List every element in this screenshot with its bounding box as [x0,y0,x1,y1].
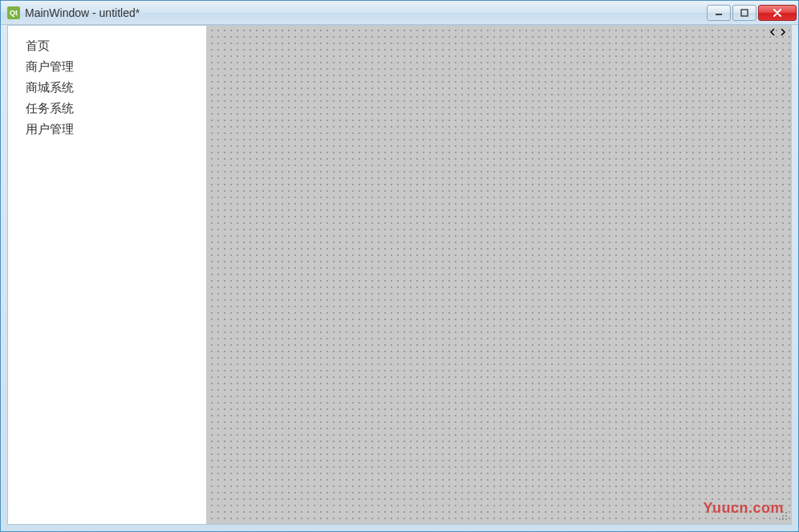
sidebar-list[interactable]: 首页 商户管理 商城系统 任务系统 用户管理 [8,26,207,524]
maximize-button[interactable] [732,5,756,21]
window-title: MainWindow - untitled* [25,6,707,19]
svg-point-7 [785,518,787,520]
minimize-button[interactable] [707,5,731,21]
sidebar-item-mall[interactable]: 商城系统 [8,77,206,98]
sidebar-item-merchant[interactable]: 商户管理 [8,56,206,77]
tab-scroll-left-button[interactable] [769,27,777,36]
svg-point-3 [782,515,784,517]
close-button[interactable] [758,5,797,21]
svg-rect-1 [741,10,748,16]
tab-scroll-nav [769,27,786,36]
qt-app-icon: Qt [7,6,20,19]
main-window: Qt MainWindow - untitled* 首页 商户管理 商城系统 任… [0,0,799,532]
svg-point-2 [785,512,787,514]
window-controls [707,5,797,21]
sidebar-item-task[interactable]: 任务系统 [8,98,206,119]
tab-scroll-right-button[interactable] [777,27,786,36]
svg-point-5 [779,518,781,520]
svg-point-6 [782,518,784,520]
svg-rect-0 [716,14,722,15]
client-area: 首页 商户管理 商城系统 任务系统 用户管理 [7,25,792,525]
sidebar-item-user[interactable]: 用户管理 [8,119,206,140]
resize-grip-icon[interactable] [777,510,789,522]
sidebar-item-home[interactable]: 首页 [8,35,206,56]
designer-canvas[interactable] [207,26,791,524]
svg-point-4 [785,515,787,517]
titlebar[interactable]: Qt MainWindow - untitled* [1,1,798,25]
